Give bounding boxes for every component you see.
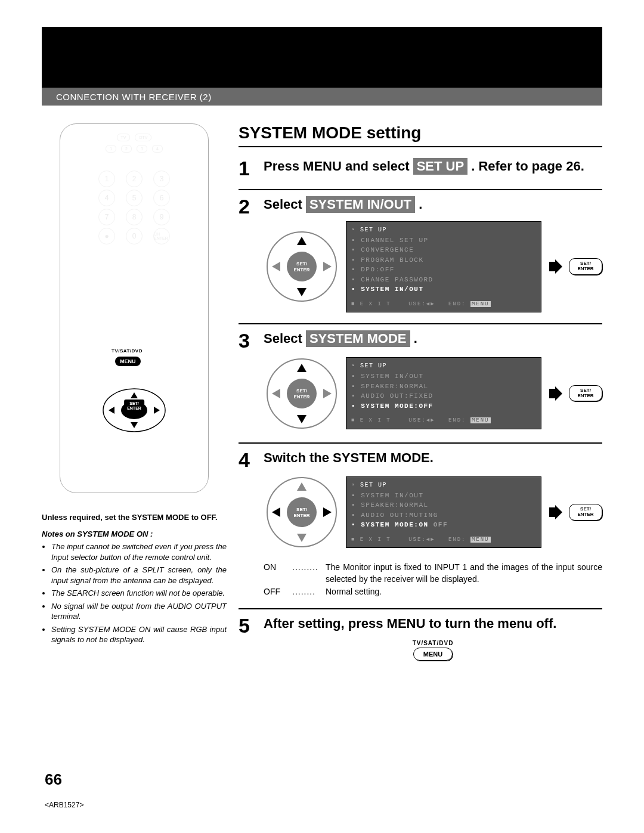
svg-marker-5 <box>154 407 160 414</box>
step-number: 5 <box>239 615 260 661</box>
remote-menu-button: MENU <box>115 357 141 366</box>
step-3: 3 Select SYSTEM MODE . SET/ENTER ▫ SET U… <box>239 324 602 444</box>
page-footer: 66 <ARB1527> <box>45 770 83 809</box>
step-2: 2 Select SYSTEM IN/OUT . SET/ENTER ▫ SET… <box>239 190 602 324</box>
notes-item: The SEARCH screen function will not be o… <box>51 588 227 599</box>
step-number: 3 <box>239 330 260 432</box>
svg-marker-2 <box>131 392 138 398</box>
notes-item: No signal will be output from the AUDIO … <box>51 601 227 622</box>
notes-item: The input cannot be switched even if you… <box>51 541 227 562</box>
system-in-out-chip: SYSTEM IN/OUT <box>306 196 415 213</box>
dpad-icon: SET/ENTER <box>264 228 340 305</box>
arrow-right-icon <box>547 505 563 519</box>
header-subtitle: CONNECTION WITH RECEIVER (2) <box>56 92 212 102</box>
arrow-right-icon <box>547 386 563 401</box>
svg-text:SET/: SET/ <box>296 507 308 512</box>
set-enter-button-illus: SET/ ENTER <box>569 258 602 275</box>
remote-control-illustration: TVDTV 1234 123 456 789 ●0CH ENTER TV/ <box>60 123 209 493</box>
setup-chip: SET UP <box>413 158 467 175</box>
page-header: CONNECTION WITH RECEIVER (2) <box>42 27 602 106</box>
step-5: 5 After setting, press MENU to turn the … <box>239 609 602 672</box>
arrow-right-icon <box>547 259 563 274</box>
svg-marker-23 <box>549 386 562 401</box>
svg-point-16 <box>287 379 317 408</box>
off-label: OFF <box>264 586 292 597</box>
step-heading: After setting, press MENU to turn the me… <box>264 615 602 632</box>
svg-text:ENTER: ENTER <box>293 513 309 518</box>
off-description: Normal setting. <box>326 586 602 597</box>
step-number: 1 <box>239 158 260 178</box>
svg-text:ENTER: ENTER <box>293 394 309 400</box>
on-off-explanation: ON ......... The Monitor input is fixed … <box>264 561 602 597</box>
step-number: 4 <box>239 450 260 597</box>
step-heading: Select SYSTEM IN/OUT . <box>264 196 602 213</box>
page-code: <ARB1527> <box>45 801 83 809</box>
dpad-icon: SET/ENTER <box>264 355 340 432</box>
svg-marker-3 <box>131 422 138 428</box>
remote-menu-category: TV/SAT/DVD <box>112 348 143 354</box>
osd-screen-system-mode: ▫ SET UP ▪ SYSTEM IN/OUT ▪ SPEAKER:NORMA… <box>346 476 541 549</box>
menu-button-illustration: TV/SAT/DVD MENU <box>264 640 602 661</box>
osd-screen-setup: ▫ SET UP ▪ CHANNEL SET UP ▪ CONVERGENCE … <box>346 221 541 313</box>
on-description: The Monitor input is fixed to INPUT 1 an… <box>326 561 602 586</box>
svg-text:ENTER: ENTER <box>293 267 309 272</box>
svg-marker-32 <box>549 505 562 519</box>
osd-screen-system-in-out: ▫ SET UP ▪ SYSTEM IN/OUT ▪ SPEAKER:NORMA… <box>346 357 541 429</box>
system-mode-chip: SYSTEM MODE <box>306 330 410 347</box>
menu-button-category: TV/SAT/DVD <box>264 640 602 646</box>
page-number: 66 <box>45 770 83 789</box>
set-enter-button-illus: SET/ ENTER <box>569 504 602 521</box>
svg-text:SET/: SET/ <box>296 388 308 394</box>
svg-marker-4 <box>109 407 114 414</box>
svg-text:SET/: SET/ <box>296 261 308 267</box>
svg-marker-14 <box>549 259 562 274</box>
notes-list: The input cannot be switched even if you… <box>42 541 227 645</box>
notes-block: Unless required, set the SYSTEM MODE to … <box>42 512 227 645</box>
step-number: 2 <box>239 196 260 312</box>
svg-point-25 <box>287 497 317 527</box>
menu-button: MENU <box>413 648 453 661</box>
dpad-icon: SET/ENTER <box>264 474 340 550</box>
svg-point-7 <box>287 252 317 281</box>
notes-item: On the sub-picture of a SPLIT screen, on… <box>51 565 227 586</box>
remote-set-enter: SET/ENTER <box>124 400 144 412</box>
step-1: 1 Press MENU and select SET UP . Refer t… <box>239 152 602 190</box>
on-label: ON <box>264 561 292 586</box>
step-heading: Select SYSTEM MODE . <box>264 330 602 347</box>
notes-title: Notes on SYSTEM MODE ON : <box>42 529 227 540</box>
section-title: SYSTEM MODE setting <box>239 123 602 147</box>
step-4: 4 Switch the SYSTEM MODE. SET/ENTER ▫ SE… <box>239 444 602 609</box>
set-enter-button-illus: SET/ ENTER <box>569 385 602 402</box>
step-heading: Switch the SYSTEM MODE. <box>264 450 602 466</box>
step-heading: Press MENU and select SET UP . Refer to … <box>264 158 602 175</box>
notes-item: Setting SYSTEM MODE ON will cause RGB in… <box>51 624 227 645</box>
notes-lead: Unless required, set the SYSTEM MODE to … <box>42 512 227 523</box>
